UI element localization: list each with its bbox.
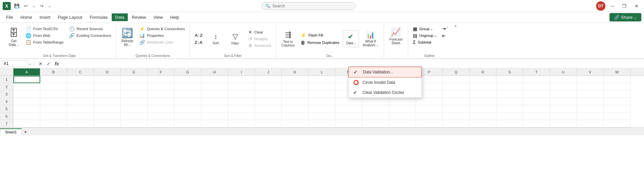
quick-access-more[interactable]: ⌵	[47, 3, 52, 9]
sheet-tab-sheet1[interactable]: Sheet1	[0, 128, 22, 135]
cell-t1[interactable]	[523, 76, 550, 83]
cell-j1[interactable]	[255, 76, 282, 83]
indent-out-button[interactable]: ⇤	[440, 33, 448, 39]
search-bar[interactable]: 🔍	[262, 2, 356, 10]
workbook-links-button[interactable]: 🔗 Workbook Links	[137, 39, 187, 46]
menu-page-layout[interactable]: Page Layout	[54, 13, 86, 21]
what-if-button[interactable]: 📊 What-IfAnalysis ⌵	[360, 29, 381, 49]
queries-connections-button[interactable]: ⚡ Queries & Connections	[137, 25, 187, 32]
cell-d1[interactable]	[94, 76, 121, 83]
subtotal-button[interactable]: Σ Subtotal	[411, 39, 439, 46]
cell-l1[interactable]	[309, 76, 335, 83]
from-web-button[interactable]: 🌐 From Web	[23, 32, 65, 39]
col-header-f[interactable]: F	[148, 68, 174, 75]
properties-button[interactable]: 📊 Properties	[137, 32, 187, 39]
cell-h1[interactable]	[201, 76, 228, 83]
recent-sources-button[interactable]: 🕐 Recent Sources	[67, 25, 113, 32]
menu-insert[interactable]: Insert	[36, 13, 54, 21]
ribbon-collapse-button[interactable]: ⌃	[454, 25, 457, 30]
cell-s1[interactable]	[496, 76, 523, 83]
undo-dropdown[interactable]: ⌵	[31, 3, 37, 9]
col-header-v[interactable]: V	[577, 68, 604, 75]
col-header-j[interactable]: J	[255, 68, 282, 75]
confirm-icon[interactable]: ✓	[45, 60, 52, 67]
get-data-button[interactable]: 🗄 GetData ⌵	[5, 25, 22, 49]
sort-za-button[interactable]: Z↓A	[193, 39, 205, 46]
menu-data[interactable]: Data	[112, 13, 127, 21]
clear-button[interactable]: ✕ Clear	[246, 29, 273, 36]
forecast-sheet-button[interactable]: 📈 ForecastSheet	[387, 25, 405, 47]
close-button[interactable]: ✕	[632, 2, 641, 10]
cell-b1[interactable]	[40, 76, 67, 83]
text-to-columns-button[interactable]: ⇶ Text toColumns	[279, 28, 297, 49]
reapply-button[interactable]: ↺ Reapply	[246, 36, 273, 42]
existing-connections-button[interactable]: 🔗 Existing Connections	[67, 32, 113, 39]
menu-view[interactable]: View	[150, 13, 166, 21]
cell-f1[interactable]	[148, 76, 174, 83]
remove-duplicates-button[interactable]: 🗑 Remove Duplicates	[299, 39, 341, 46]
data-validation-dropdown-arrow[interactable]: ⌵	[354, 42, 356, 45]
data-validation-menu-item[interactable]: ✔ Data Validation...	[348, 67, 422, 77]
undo-button[interactable]: ↩	[23, 3, 29, 9]
cell-reference-input[interactable]	[1, 60, 28, 67]
outline-expand-button[interactable]: ⌃	[445, 25, 449, 31]
cell-e1[interactable]	[121, 76, 148, 83]
col-header-k[interactable]: K	[282, 68, 309, 75]
add-sheet-button[interactable]: +	[21, 128, 30, 135]
col-header-g[interactable]: G	[174, 68, 201, 75]
cell-k1[interactable]	[282, 76, 309, 83]
cell-q1[interactable]	[443, 76, 470, 83]
menu-home[interactable]: Home	[17, 13, 36, 21]
menu-review[interactable]: Review	[128, 13, 150, 21]
cell-r1[interactable]	[470, 76, 496, 83]
col-header-t[interactable]: T	[523, 68, 550, 75]
col-header-b[interactable]: B	[40, 68, 67, 75]
formula-input[interactable]	[62, 61, 643, 66]
cell-a1[interactable]	[13, 76, 40, 83]
from-text-csv-button[interactable]: 📄 From Text/CSV	[23, 25, 65, 32]
cell-u1[interactable]	[550, 76, 577, 83]
col-header-d[interactable]: D	[94, 68, 121, 75]
menu-file[interactable]: File	[3, 13, 16, 21]
clear-validation-menu-item[interactable]: ✔ Clear Validation Circles	[348, 88, 422, 98]
col-header-w[interactable]: W	[604, 68, 631, 75]
advanced-button[interactable]: ⚙ Advanced	[246, 42, 273, 49]
col-header-s[interactable]: S	[496, 68, 523, 75]
ungroup-button[interactable]: ▤ Ungroup ⌵	[411, 32, 439, 39]
col-header-h[interactable]: H	[201, 68, 228, 75]
circle-invalid-menu-item[interactable]: ⭕ Circle Invalid Data	[348, 77, 422, 88]
col-header-i[interactable]: I	[228, 68, 255, 75]
col-header-e[interactable]: E	[121, 68, 148, 75]
col-header-a[interactable]: A	[13, 68, 40, 75]
save-button[interactable]: 💾	[13, 3, 21, 9]
data-validation-button[interactable]: ✔ Data ⌵	[343, 30, 359, 47]
cell-a2[interactable]	[13, 83, 40, 91]
sort-az-button[interactable]: A↑Z	[193, 32, 205, 39]
sort-button[interactable]: ↕ Sort	[207, 31, 224, 47]
filter-button[interactable]: ▽ Filter	[227, 30, 244, 47]
menu-help[interactable]: Help	[167, 13, 182, 21]
from-table-button[interactable]: 📋 From Table/Range	[23, 39, 65, 46]
share-button[interactable]: 🔗 Share ⌵	[609, 13, 641, 21]
col-header-c[interactable]: C	[67, 68, 94, 75]
restore-button[interactable]: ❐	[620, 2, 629, 10]
menu-formulas[interactable]: Formulas	[86, 13, 111, 21]
function-icon[interactable]: fx	[53, 60, 60, 67]
redo-button[interactable]: ↪	[39, 3, 45, 9]
refresh-all-button[interactable]: 🔄 RefreshAll ⌵	[119, 25, 136, 49]
cell-c1[interactable]	[67, 76, 94, 83]
cell-g1[interactable]	[174, 76, 201, 83]
cell-v1[interactable]	[577, 76, 604, 83]
cancel-icon[interactable]: ✕	[37, 60, 44, 67]
cell-w1[interactable]	[604, 76, 631, 83]
col-header-q[interactable]: Q	[443, 68, 470, 75]
col-header-l[interactable]: L	[309, 68, 335, 75]
flash-fill-button[interactable]: ⚡ Flash Fill	[299, 32, 341, 39]
cell-ref-dropdown[interactable]: ⌵	[29, 62, 31, 65]
minimize-button[interactable]: ─	[608, 2, 617, 10]
col-header-r[interactable]: R	[470, 68, 496, 75]
cell-i1[interactable]	[228, 76, 255, 83]
col-header-u[interactable]: U	[550, 68, 577, 75]
search-input[interactable]	[272, 4, 339, 8]
group-button[interactable]: ▦ Group ⌵	[411, 25, 439, 32]
